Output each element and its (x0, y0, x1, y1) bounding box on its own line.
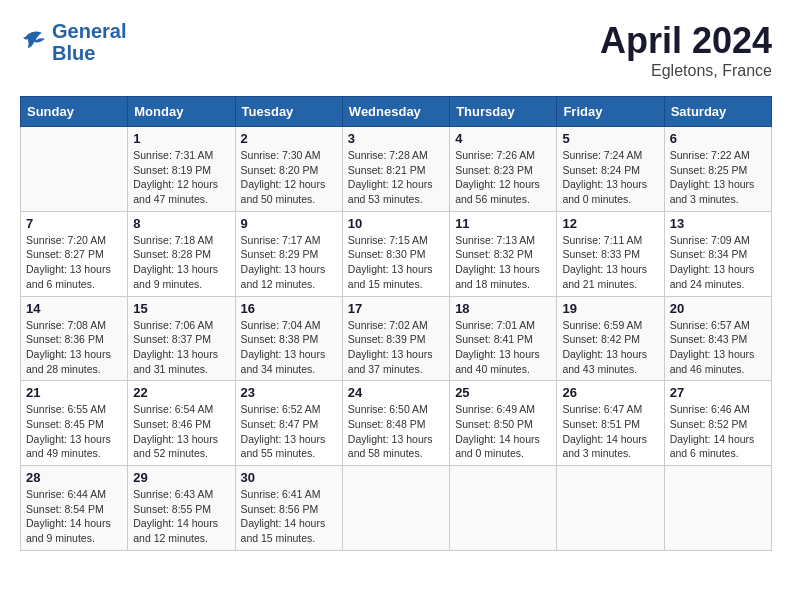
day-info: Sunrise: 7:04 AM Sunset: 8:38 PM Dayligh… (241, 318, 337, 377)
day-info: Sunrise: 7:24 AM Sunset: 8:24 PM Dayligh… (562, 148, 658, 207)
day-number: 9 (241, 216, 337, 231)
weekday-header-friday: Friday (557, 97, 664, 127)
calendar-table: SundayMondayTuesdayWednesdayThursdayFrid… (20, 96, 772, 551)
day-number: 8 (133, 216, 229, 231)
day-number: 16 (241, 301, 337, 316)
calendar-cell (21, 127, 128, 212)
calendar-cell: 12Sunrise: 7:11 AM Sunset: 8:33 PM Dayli… (557, 211, 664, 296)
month-year-title: April 2024 (600, 20, 772, 62)
day-info: Sunrise: 7:13 AM Sunset: 8:32 PM Dayligh… (455, 233, 551, 292)
day-info: Sunrise: 6:50 AM Sunset: 8:48 PM Dayligh… (348, 402, 444, 461)
location-label: Egletons, France (600, 62, 772, 80)
day-info: Sunrise: 7:30 AM Sunset: 8:20 PM Dayligh… (241, 148, 337, 207)
day-info: Sunrise: 7:31 AM Sunset: 8:19 PM Dayligh… (133, 148, 229, 207)
weekday-header-row: SundayMondayTuesdayWednesdayThursdayFrid… (21, 97, 772, 127)
day-number: 5 (562, 131, 658, 146)
day-number: 20 (670, 301, 766, 316)
day-info: Sunrise: 7:22 AM Sunset: 8:25 PM Dayligh… (670, 148, 766, 207)
calendar-cell: 2Sunrise: 7:30 AM Sunset: 8:20 PM Daylig… (235, 127, 342, 212)
week-row-1: 1Sunrise: 7:31 AM Sunset: 8:19 PM Daylig… (21, 127, 772, 212)
day-number: 4 (455, 131, 551, 146)
logo: General Blue (20, 20, 126, 64)
day-number: 7 (26, 216, 122, 231)
day-info: Sunrise: 6:59 AM Sunset: 8:42 PM Dayligh… (562, 318, 658, 377)
weekday-header-wednesday: Wednesday (342, 97, 449, 127)
calendar-cell (664, 466, 771, 551)
calendar-cell: 14Sunrise: 7:08 AM Sunset: 8:36 PM Dayli… (21, 296, 128, 381)
day-number: 15 (133, 301, 229, 316)
calendar-cell: 23Sunrise: 6:52 AM Sunset: 8:47 PM Dayli… (235, 381, 342, 466)
calendar-cell: 7Sunrise: 7:20 AM Sunset: 8:27 PM Daylig… (21, 211, 128, 296)
day-number: 10 (348, 216, 444, 231)
calendar-cell: 21Sunrise: 6:55 AM Sunset: 8:45 PM Dayli… (21, 381, 128, 466)
calendar-cell: 11Sunrise: 7:13 AM Sunset: 8:32 PM Dayli… (450, 211, 557, 296)
day-info: Sunrise: 7:18 AM Sunset: 8:28 PM Dayligh… (133, 233, 229, 292)
calendar-cell: 10Sunrise: 7:15 AM Sunset: 8:30 PM Dayli… (342, 211, 449, 296)
day-number: 19 (562, 301, 658, 316)
weekday-header-sunday: Sunday (21, 97, 128, 127)
day-number: 13 (670, 216, 766, 231)
day-number: 18 (455, 301, 551, 316)
day-number: 27 (670, 385, 766, 400)
day-number: 29 (133, 470, 229, 485)
calendar-title-block: April 2024 Egletons, France (600, 20, 772, 80)
calendar-cell: 4Sunrise: 7:26 AM Sunset: 8:23 PM Daylig… (450, 127, 557, 212)
day-info: Sunrise: 7:08 AM Sunset: 8:36 PM Dayligh… (26, 318, 122, 377)
day-number: 1 (133, 131, 229, 146)
calendar-cell: 15Sunrise: 7:06 AM Sunset: 8:37 PM Dayli… (128, 296, 235, 381)
day-info: Sunrise: 7:06 AM Sunset: 8:37 PM Dayligh… (133, 318, 229, 377)
day-info: Sunrise: 7:09 AM Sunset: 8:34 PM Dayligh… (670, 233, 766, 292)
calendar-cell (557, 466, 664, 551)
day-number: 26 (562, 385, 658, 400)
day-info: Sunrise: 6:46 AM Sunset: 8:52 PM Dayligh… (670, 402, 766, 461)
calendar-cell: 9Sunrise: 7:17 AM Sunset: 8:29 PM Daylig… (235, 211, 342, 296)
calendar-cell: 17Sunrise: 7:02 AM Sunset: 8:39 PM Dayli… (342, 296, 449, 381)
calendar-cell: 20Sunrise: 6:57 AM Sunset: 8:43 PM Dayli… (664, 296, 771, 381)
logo-icon (20, 28, 48, 56)
logo-text-line2: Blue (52, 42, 126, 64)
day-number: 12 (562, 216, 658, 231)
calendar-cell: 18Sunrise: 7:01 AM Sunset: 8:41 PM Dayli… (450, 296, 557, 381)
day-number: 14 (26, 301, 122, 316)
calendar-cell: 8Sunrise: 7:18 AM Sunset: 8:28 PM Daylig… (128, 211, 235, 296)
calendar-cell: 24Sunrise: 6:50 AM Sunset: 8:48 PM Dayli… (342, 381, 449, 466)
day-info: Sunrise: 7:01 AM Sunset: 8:41 PM Dayligh… (455, 318, 551, 377)
week-row-5: 28Sunrise: 6:44 AM Sunset: 8:54 PM Dayli… (21, 466, 772, 551)
day-info: Sunrise: 6:44 AM Sunset: 8:54 PM Dayligh… (26, 487, 122, 546)
calendar-cell: 26Sunrise: 6:47 AM Sunset: 8:51 PM Dayli… (557, 381, 664, 466)
calendar-cell: 5Sunrise: 7:24 AM Sunset: 8:24 PM Daylig… (557, 127, 664, 212)
day-info: Sunrise: 6:41 AM Sunset: 8:56 PM Dayligh… (241, 487, 337, 546)
week-row-4: 21Sunrise: 6:55 AM Sunset: 8:45 PM Dayli… (21, 381, 772, 466)
day-number: 17 (348, 301, 444, 316)
calendar-cell: 30Sunrise: 6:41 AM Sunset: 8:56 PM Dayli… (235, 466, 342, 551)
weekday-header-tuesday: Tuesday (235, 97, 342, 127)
weekday-header-monday: Monday (128, 97, 235, 127)
calendar-cell: 6Sunrise: 7:22 AM Sunset: 8:25 PM Daylig… (664, 127, 771, 212)
week-row-3: 14Sunrise: 7:08 AM Sunset: 8:36 PM Dayli… (21, 296, 772, 381)
calendar-cell: 29Sunrise: 6:43 AM Sunset: 8:55 PM Dayli… (128, 466, 235, 551)
calendar-cell: 3Sunrise: 7:28 AM Sunset: 8:21 PM Daylig… (342, 127, 449, 212)
day-number: 3 (348, 131, 444, 146)
day-info: Sunrise: 7:28 AM Sunset: 8:21 PM Dayligh… (348, 148, 444, 207)
calendar-cell: 16Sunrise: 7:04 AM Sunset: 8:38 PM Dayli… (235, 296, 342, 381)
day-info: Sunrise: 6:49 AM Sunset: 8:50 PM Dayligh… (455, 402, 551, 461)
calendar-cell: 13Sunrise: 7:09 AM Sunset: 8:34 PM Dayli… (664, 211, 771, 296)
calendar-cell: 22Sunrise: 6:54 AM Sunset: 8:46 PM Dayli… (128, 381, 235, 466)
day-info: Sunrise: 7:11 AM Sunset: 8:33 PM Dayligh… (562, 233, 658, 292)
weekday-header-saturday: Saturday (664, 97, 771, 127)
weekday-header-thursday: Thursday (450, 97, 557, 127)
day-info: Sunrise: 7:26 AM Sunset: 8:23 PM Dayligh… (455, 148, 551, 207)
day-info: Sunrise: 7:15 AM Sunset: 8:30 PM Dayligh… (348, 233, 444, 292)
calendar-cell (450, 466, 557, 551)
day-number: 2 (241, 131, 337, 146)
calendar-cell: 25Sunrise: 6:49 AM Sunset: 8:50 PM Dayli… (450, 381, 557, 466)
page-header: General Blue April 2024 Egletons, France (20, 20, 772, 80)
day-info: Sunrise: 6:52 AM Sunset: 8:47 PM Dayligh… (241, 402, 337, 461)
day-number: 28 (26, 470, 122, 485)
week-row-2: 7Sunrise: 7:20 AM Sunset: 8:27 PM Daylig… (21, 211, 772, 296)
day-info: Sunrise: 6:43 AM Sunset: 8:55 PM Dayligh… (133, 487, 229, 546)
calendar-cell: 28Sunrise: 6:44 AM Sunset: 8:54 PM Dayli… (21, 466, 128, 551)
day-number: 30 (241, 470, 337, 485)
day-number: 22 (133, 385, 229, 400)
day-number: 24 (348, 385, 444, 400)
